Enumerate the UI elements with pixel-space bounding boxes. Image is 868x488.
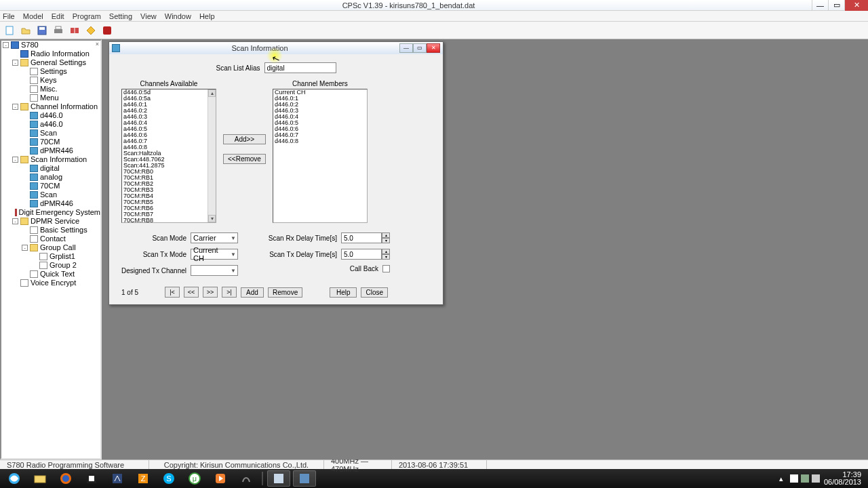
- taskbar-skype-icon[interactable]: S: [157, 470, 180, 487]
- tree-item[interactable]: Quick Text: [22, 270, 100, 279]
- dialog-minimize-button[interactable]: —: [399, 43, 413, 53]
- tree-item[interactable]: Grplist1: [31, 252, 100, 261]
- list-item[interactable]: 70CM:RB8: [122, 218, 216, 223]
- menu-program[interactable]: Program: [73, 12, 101, 20]
- tree-item[interactable]: Keys: [22, 76, 100, 85]
- tree-item[interactable]: Voice Encrypt: [12, 279, 100, 287]
- tray-network-icon[interactable]: [801, 474, 809, 483]
- expander-icon[interactable]: -: [3, 42, 9, 48]
- remove-button[interactable]: <<Remove: [223, 154, 266, 164]
- scrollbar[interactable]: ▴ ▾: [208, 89, 216, 222]
- tree-item[interactable]: Digit Emergency System: [12, 208, 100, 217]
- taskbar-running-app2-icon[interactable]: [293, 470, 316, 487]
- tree-close-icon[interactable]: ×: [96, 41, 99, 47]
- nav-prev-button[interactable]: <<: [184, 287, 199, 298]
- tree-item[interactable]: -Scan Information: [12, 155, 100, 164]
- tree-item[interactable]: 70CM: [22, 182, 100, 190]
- tray-up-icon[interactable]: ▴: [779, 474, 787, 483]
- menu-window[interactable]: Window: [165, 12, 191, 20]
- nav-first-button[interactable]: |<: [165, 287, 180, 298]
- dialog-close-button[interactable]: ✕: [427, 43, 440, 53]
- tx-delay-input[interactable]: [341, 249, 382, 260]
- menu-view[interactable]: View: [140, 12, 157, 20]
- tree-item[interactable]: Contact: [22, 235, 100, 243]
- close-button[interactable]: ✕: [844, 0, 868, 11]
- tree-item[interactable]: Settings: [22, 67, 100, 76]
- taskbar-running-app1-icon[interactable]: [267, 470, 290, 487]
- minimize-button[interactable]: —: [812, 0, 828, 11]
- close-dialog-button[interactable]: Close: [361, 287, 388, 298]
- scan-tx-mode-select[interactable]: Current CH▼: [191, 249, 238, 260]
- nav-last-button[interactable]: >|: [222, 287, 237, 298]
- tree-item[interactable]: a446.0: [22, 120, 100, 129]
- tree-item[interactable]: Radio Information: [12, 49, 100, 58]
- new-icon[interactable]: [3, 24, 16, 37]
- dialog-maximize-button[interactable]: ▭: [413, 43, 427, 53]
- list-add-button[interactable]: Add: [241, 287, 264, 298]
- taskbar-explorer-icon[interactable]: [28, 470, 52, 487]
- tree-item[interactable]: -General Settings: [12, 58, 100, 67]
- menu-model[interactable]: Model: [23, 12, 43, 20]
- taskbar-ie-icon[interactable]: [3, 470, 26, 487]
- save-icon[interactable]: [35, 24, 49, 37]
- taskbar-app3-icon[interactable]: Z: [132, 470, 155, 487]
- scroll-down-icon[interactable]: ▾: [208, 215, 216, 222]
- tree-item[interactable]: analog: [22, 173, 100, 182]
- spin-up-icon[interactable]: ▴: [382, 249, 390, 254]
- spin-down-icon[interactable]: ▾: [382, 254, 390, 260]
- list-item[interactable]: d446.0:8: [273, 138, 367, 144]
- menu-edit[interactable]: Edit: [52, 12, 64, 20]
- expander-icon[interactable]: -: [12, 218, 18, 224]
- scroll-up-icon[interactable]: ▴: [208, 89, 216, 97]
- expander-icon[interactable]: -: [22, 245, 28, 251]
- stop-icon[interactable]: [100, 24, 114, 37]
- nav-next-button[interactable]: >>: [203, 287, 218, 298]
- taskbar-utorrent-icon[interactable]: μ: [183, 470, 206, 487]
- tree-pane[interactable]: × -S780Radio Information-General Setting…: [0, 39, 102, 460]
- menu-file[interactable]: File: [3, 12, 15, 20]
- tree-item[interactable]: dPMR446: [22, 199, 100, 208]
- tree-item[interactable]: d446.0: [22, 111, 100, 120]
- tree-item[interactable]: Basic Settings: [22, 226, 100, 235]
- tray-flag-icon[interactable]: [790, 474, 798, 483]
- tree-item[interactable]: Menu: [22, 94, 100, 102]
- menu-setting[interactable]: Setting: [109, 12, 132, 20]
- channels-available-list[interactable]: d446.0:5dd446.0:5aa446.0:1a446.0:2a446.0…: [121, 89, 216, 223]
- read-icon[interactable]: [68, 24, 81, 37]
- help-button[interactable]: Help: [330, 287, 357, 298]
- taskbar-media-icon[interactable]: [209, 470, 232, 487]
- expander-icon[interactable]: -: [12, 157, 18, 163]
- tray-volume-icon[interactable]: [812, 474, 820, 483]
- taskbar-app1-icon[interactable]: [80, 470, 103, 487]
- spin-up-icon[interactable]: ▴: [382, 232, 390, 238]
- tray-clock[interactable]: 17:39 06/08/2013: [824, 471, 861, 486]
- tree-item[interactable]: digital: [22, 164, 100, 173]
- tree-item[interactable]: dPMR446: [22, 146, 100, 155]
- rx-delay-input[interactable]: [341, 232, 382, 243]
- tree-item[interactable]: Misc.: [22, 85, 100, 94]
- tree-root[interactable]: -S780: [3, 41, 100, 49]
- spin-down-icon[interactable]: ▾: [382, 238, 390, 243]
- designed-tx-select[interactable]: ▼: [191, 265, 238, 276]
- tree-item[interactable]: Scan: [22, 129, 100, 138]
- write-icon[interactable]: [84, 24, 98, 37]
- tree-item[interactable]: -Group Call: [22, 243, 100, 252]
- scan-mode-select[interactable]: Carrier▼: [191, 232, 238, 243]
- menu-help[interactable]: Help: [199, 12, 215, 20]
- expander-icon[interactable]: -: [12, 60, 18, 66]
- tree-item[interactable]: Group 2: [31, 261, 100, 270]
- tray-icons[interactable]: ▴: [779, 474, 820, 483]
- print-icon[interactable]: [52, 24, 65, 37]
- list-remove-button[interactable]: Remove: [268, 287, 302, 298]
- taskbar-firefox-icon[interactable]: [54, 470, 77, 487]
- tree-item[interactable]: Scan: [22, 190, 100, 199]
- tree-item[interactable]: -Channel Information: [12, 102, 100, 111]
- taskbar-app4-icon[interactable]: [235, 470, 258, 487]
- taskbar-app2-icon[interactable]: [106, 470, 129, 487]
- maximize-button[interactable]: ▭: [828, 0, 844, 11]
- tree-item[interactable]: 70CM: [22, 138, 100, 146]
- add-button[interactable]: Add>>: [223, 134, 266, 144]
- tree-item[interactable]: -DPMR Service: [12, 217, 100, 226]
- channel-members-list[interactable]: Current CHd446.0:1d446.0:2d446.0:3d446.0…: [273, 89, 368, 223]
- expander-icon[interactable]: -: [12, 104, 18, 110]
